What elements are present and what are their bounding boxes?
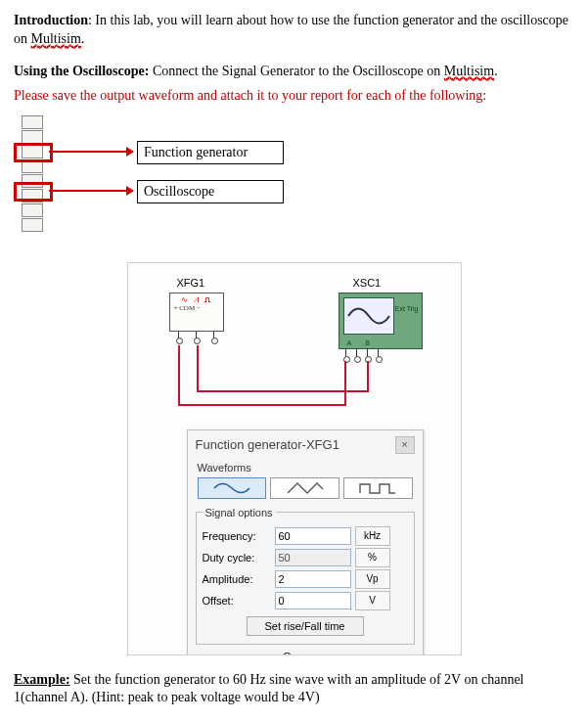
- osc-screen: [343, 297, 394, 335]
- example-label: Example:: [14, 672, 70, 687]
- square-icon: [358, 481, 397, 495]
- label-box-oscilloscope: Oscilloscope: [137, 180, 284, 203]
- duty-cycle-row: Duty cycle: %: [203, 548, 408, 567]
- dialog-title-text: Function generator-XFG1: [196, 437, 339, 452]
- waveform-square-button[interactable]: [343, 477, 413, 499]
- frequency-input[interactable]: [275, 527, 351, 545]
- osc-pin-b-pos[interactable]: [367, 348, 368, 358]
- introduction-label: Introduction: [14, 13, 88, 27]
- osc-pin-a-pos[interactable]: [345, 348, 346, 358]
- sine-wave-icon: [346, 301, 391, 331]
- fg-minus: −: [197, 304, 201, 312]
- toolbar-button-2[interactable]: [22, 130, 43, 144]
- offset-row: Offset: V: [203, 591, 408, 610]
- introduction-text-b: .: [81, 31, 85, 46]
- fg-pin-com[interactable]: [196, 332, 197, 339]
- using-oscilloscope-label: Using the Oscilloscope:: [14, 64, 149, 78]
- red-instruction: Please save the output waveform and atta…: [14, 87, 574, 106]
- duty-cycle-input: [275, 549, 351, 566]
- osc-channel-labels: AB: [347, 339, 384, 346]
- waveforms-label: Waveforms: [188, 462, 423, 473]
- fg-waveform-icons: ∿ ⩘ ⎍: [170, 293, 223, 304]
- introduction-text-a: : In this lab, you will learn about how …: [14, 13, 568, 46]
- wire-seg-3: [344, 361, 346, 406]
- set-rise-fall-button[interactable]: Set rise/Fall time: [247, 616, 364, 636]
- osc-ext-trig-label: Ext Trig: [395, 305, 419, 312]
- oscilloscope-icon[interactable]: Ext Trig AB: [339, 293, 423, 349]
- using-text-a: Connect the Signal Generator to the Osci…: [149, 64, 443, 78]
- waveform-triangle-button[interactable]: [270, 477, 339, 499]
- offset-label: Offset:: [203, 595, 271, 607]
- dialog-close-button[interactable]: ×: [395, 436, 415, 454]
- toolbar-button-7[interactable]: [22, 203, 43, 217]
- highlight-function-generator: [14, 143, 53, 162]
- osc-pin-b-neg[interactable]: [378, 348, 379, 358]
- fg-pins: [170, 324, 223, 332]
- multisim-schematic-figure: XFG1 XSC1 ∿ ⩘ ⎍ + COM − Ext Trig AB: [127, 262, 462, 655]
- amplitude-unit[interactable]: Vp: [355, 569, 390, 589]
- osc-pin-a-neg[interactable]: [356, 348, 357, 358]
- osc-channel-b: B: [365, 339, 384, 346]
- multisim-word-2: Multisim: [444, 64, 494, 79]
- toolbar-button-1[interactable]: [22, 115, 43, 129]
- using-text-b: .: [494, 64, 498, 78]
- toolbar-button-8[interactable]: [22, 218, 43, 232]
- fg-com-row: + COM −: [170, 304, 223, 312]
- wire-seg-6: [367, 361, 369, 392]
- waveform-sine-button[interactable]: [198, 477, 267, 499]
- introduction-paragraph: Introduction: In this lab, you will lear…: [14, 12, 574, 49]
- sine-icon: [212, 481, 251, 495]
- offset-unit[interactable]: V: [355, 591, 390, 610]
- wire-seg-1: [178, 345, 180, 404]
- multisim-instrument-toolbar: [22, 115, 43, 232]
- xfg1-label: XFG1: [177, 277, 205, 289]
- fg-plus: +: [174, 304, 178, 312]
- signal-options-fieldset: Signal options Frequency: kHz Duty cycle…: [196, 507, 415, 645]
- wire-seg-5: [197, 390, 369, 392]
- wire-seg-4: [197, 345, 199, 390]
- waveform-buttons: [188, 473, 423, 507]
- frequency-label: Frequency:: [203, 530, 271, 542]
- offset-input[interactable]: [275, 592, 351, 609]
- frequency-row: Frequency: kHz: [203, 526, 408, 546]
- osc-pins: [345, 348, 379, 358]
- frequency-unit[interactable]: kHz: [355, 526, 390, 546]
- function-generator-icon[interactable]: ∿ ⩘ ⎍ + COM −: [169, 293, 224, 332]
- fg-com: COM: [179, 304, 195, 312]
- example-paragraph: Example: Set the function generator to 6…: [14, 671, 574, 708]
- osc-channel-a: A: [347, 339, 366, 346]
- duty-cycle-unit: %: [355, 548, 390, 567]
- fg-pin-plus[interactable]: [178, 332, 179, 339]
- signal-options-legend: Signal options: [203, 507, 276, 518]
- wire-seg-2: [178, 404, 346, 406]
- common-label: Common: [283, 651, 327, 655]
- toolbar-callout-figure: Function generator Oscilloscope: [14, 115, 574, 243]
- amplitude-input[interactable]: [275, 570, 351, 588]
- xsc1-label: XSC1: [353, 277, 382, 289]
- amplitude-row: Amplitude: Vp: [203, 569, 408, 589]
- fg-pin-minus[interactable]: [213, 332, 214, 339]
- example-text: Set the function generator to 60 Hz sine…: [14, 672, 524, 705]
- dialog-titlebar: Function generator-XFG1 ×: [188, 430, 423, 460]
- arrow-to-fg-label: [49, 151, 133, 153]
- triangle-icon: [286, 481, 325, 495]
- using-oscilloscope-paragraph: Using the Oscilloscope: Connect the Sign…: [14, 63, 574, 81]
- highlight-oscilloscope: [14, 182, 53, 202]
- function-generator-dialog: Function generator-XFG1 × Waveforms Sign…: [187, 429, 424, 655]
- multisim-word-1: Multisim: [31, 31, 81, 47]
- duty-cycle-label: Duty cycle:: [203, 552, 271, 563]
- label-box-function-generator: Function generator: [137, 141, 284, 164]
- arrow-to-osc-label: [49, 190, 133, 192]
- amplitude-label: Amplitude:: [203, 573, 271, 585]
- terminal-row: + Common –: [188, 651, 423, 655]
